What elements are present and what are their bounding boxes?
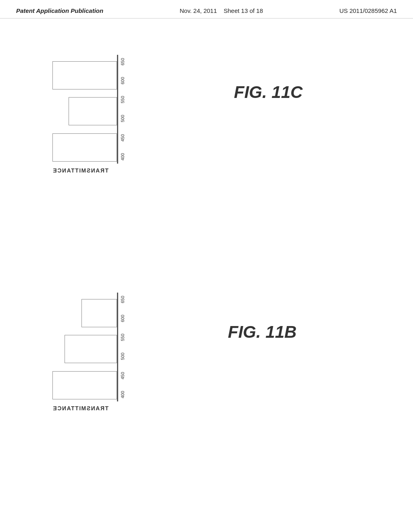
axis-num-550: 550 xyxy=(120,96,125,103)
chart-11b-area: 650 600 550 500 450 400 xyxy=(52,293,125,401)
bar-11b-3 xyxy=(52,371,117,399)
axis-num-b-600: 600 xyxy=(120,315,125,322)
axis-num-650: 650 xyxy=(120,58,125,65)
transmittance-text-11b: TRANSMITTANCE xyxy=(52,405,108,411)
axis-num-b-550: 550 xyxy=(120,334,125,341)
axis-num-600: 600 xyxy=(120,77,125,84)
axis-num-400: 400 xyxy=(120,153,125,160)
publication-date: Nov. 24, 2011 xyxy=(179,7,217,14)
bars-11b xyxy=(52,299,117,401)
transmittance-label-11b: TRANSMITTANCE xyxy=(52,405,108,412)
axis-numbers-11c: 650 600 550 500 450 400 xyxy=(118,55,125,164)
publication-date-sheet: Nov. 24, 2011 Sheet 13 of 18 xyxy=(179,7,263,14)
publication-title: Patent Application Publication xyxy=(16,7,103,14)
axis-num-500: 500 xyxy=(120,115,125,122)
page-header: Patent Application Publication Nov. 24, … xyxy=(0,0,413,19)
axis-numbers-11b: 650 600 550 500 450 400 xyxy=(118,293,125,401)
axis-num-b-400: 400 xyxy=(120,391,125,398)
axis-num-450: 450 xyxy=(120,134,125,141)
sheet-info: Sheet 13 of 18 xyxy=(223,7,263,14)
transmittance-text-11c: TRANSMITTANCE xyxy=(52,167,108,174)
axis-num-b-450: 450 xyxy=(120,372,125,379)
bar-11c-2 xyxy=(69,97,117,125)
bar-11b-2 xyxy=(65,335,117,363)
fig-label-11b: FIG. 11B xyxy=(228,323,296,341)
bar-11c-1 xyxy=(52,61,117,89)
axis-num-b-650: 650 xyxy=(120,296,125,303)
transmittance-label-11c: TRANSMITTANCE xyxy=(52,167,108,174)
patent-number: US 2011/0285962 A1 xyxy=(339,7,397,14)
figure-11c: 650 600 550 500 450 400 TRANSMITTANCE xyxy=(52,55,125,174)
bars-11c xyxy=(52,61,117,164)
bar-11b-1 xyxy=(81,299,117,327)
figure-11b: 650 600 550 500 450 400 TRANSMITTANCE xyxy=(52,293,125,412)
fig-label-11c: FIG. 11C xyxy=(234,83,302,102)
bar-11c-3 xyxy=(52,133,117,162)
chart-11c-area: 650 600 550 500 450 400 xyxy=(52,55,125,164)
axis-num-b-500: 500 xyxy=(120,353,125,360)
main-content: 650 600 550 500 450 400 TRANSMITTANCE FI… xyxy=(0,19,413,526)
